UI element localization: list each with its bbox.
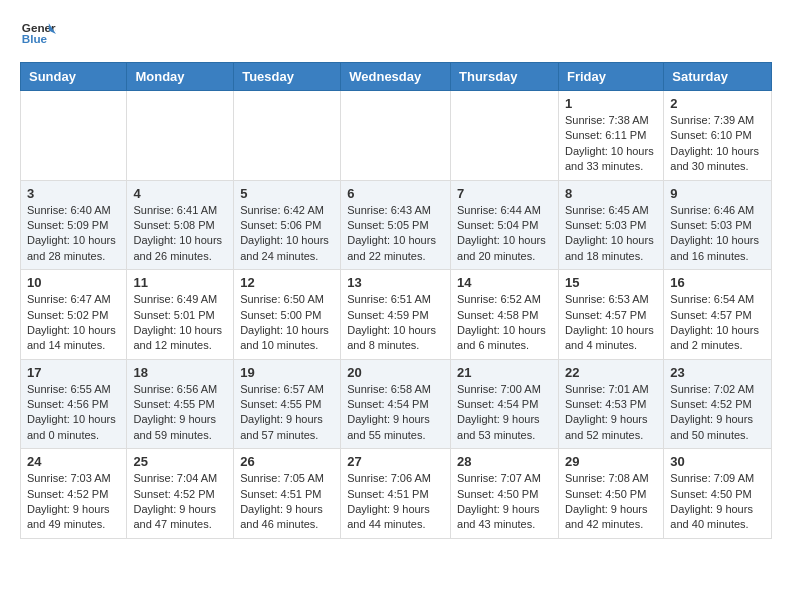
day-number: 18: [133, 365, 227, 380]
day-cell: [127, 91, 234, 181]
header: General Blue: [20, 16, 772, 52]
sunrise-value: 6:42 AM: [284, 204, 324, 216]
sunset-label: Sunset:: [133, 398, 173, 410]
day-info: Sunrise: 6:41 AM Sunset: 5:08 PM Dayligh…: [133, 203, 227, 265]
day-number: 15: [565, 275, 657, 290]
day-info: Sunrise: 6:45 AM Sunset: 5:03 PM Dayligh…: [565, 203, 657, 265]
day-number: 16: [670, 275, 765, 290]
day-info: Sunrise: 7:00 AM Sunset: 4:54 PM Dayligh…: [457, 382, 552, 444]
sunrise-value: 6:45 AM: [608, 204, 648, 216]
daylight-label: Daylight: 9 hours and 42 minutes.: [565, 503, 648, 530]
day-number: 5: [240, 186, 334, 201]
daylight-label: Daylight: 10 hours and 33 minutes.: [565, 145, 654, 172]
day-cell: 16 Sunrise: 6:54 AM Sunset: 4:57 PM Dayl…: [664, 270, 772, 360]
day-info: Sunrise: 6:58 AM Sunset: 4:54 PM Dayligh…: [347, 382, 444, 444]
day-info: Sunrise: 7:04 AM Sunset: 4:52 PM Dayligh…: [133, 471, 227, 533]
sunrise-value: 6:52 AM: [500, 293, 540, 305]
sunset-label: Sunset:: [347, 309, 387, 321]
logo-icon: General Blue: [20, 16, 56, 52]
sunrise-value: 7:04 AM: [177, 472, 217, 484]
sunrise-label: Sunrise:: [240, 472, 283, 484]
daylight-label: Daylight: 9 hours and 44 minutes.: [347, 503, 430, 530]
sunset-value: 5:00 PM: [281, 309, 322, 321]
daylight-label: Daylight: 10 hours and 8 minutes.: [347, 324, 436, 351]
day-cell: 8 Sunrise: 6:45 AM Sunset: 5:03 PM Dayli…: [558, 180, 663, 270]
weekday-header-wednesday: Wednesday: [341, 63, 451, 91]
svg-text:Blue: Blue: [22, 32, 48, 45]
day-number: 9: [670, 186, 765, 201]
sunset-value: 5:05 PM: [388, 219, 429, 231]
sunset-label: Sunset:: [240, 219, 280, 231]
sunrise-value: 6:50 AM: [284, 293, 324, 305]
sunset-value: 4:51 PM: [281, 488, 322, 500]
sunrise-label: Sunrise:: [457, 472, 500, 484]
day-cell: 2 Sunrise: 7:39 AM Sunset: 6:10 PM Dayli…: [664, 91, 772, 181]
sunset-value: 5:02 PM: [67, 309, 108, 321]
day-cell: 29 Sunrise: 7:08 AM Sunset: 4:50 PM Dayl…: [558, 449, 663, 539]
sunrise-label: Sunrise:: [670, 472, 713, 484]
sunrise-value: 7:07 AM: [500, 472, 540, 484]
sunrise-label: Sunrise:: [240, 293, 283, 305]
weekday-header-monday: Monday: [127, 63, 234, 91]
day-number: 6: [347, 186, 444, 201]
sunrise-label: Sunrise:: [133, 383, 176, 395]
sunset-value: 4:50 PM: [605, 488, 646, 500]
sunset-value: 4:57 PM: [711, 309, 752, 321]
sunset-value: 4:52 PM: [711, 398, 752, 410]
daylight-label: Daylight: 10 hours and 28 minutes.: [27, 234, 116, 261]
sunset-label: Sunset:: [670, 398, 710, 410]
day-number: 20: [347, 365, 444, 380]
sunrise-label: Sunrise:: [347, 383, 390, 395]
day-info: Sunrise: 6:44 AM Sunset: 5:04 PM Dayligh…: [457, 203, 552, 265]
weekday-header-friday: Friday: [558, 63, 663, 91]
sunset-label: Sunset:: [240, 398, 280, 410]
day-cell: 15 Sunrise: 6:53 AM Sunset: 4:57 PM Dayl…: [558, 270, 663, 360]
sunrise-value: 7:00 AM: [500, 383, 540, 395]
day-number: 3: [27, 186, 120, 201]
daylight-label: Daylight: 10 hours and 26 minutes.: [133, 234, 222, 261]
sunrise-value: 6:43 AM: [391, 204, 431, 216]
sunset-label: Sunset:: [133, 488, 173, 500]
sunset-label: Sunset:: [565, 309, 605, 321]
daylight-label: Daylight: 10 hours and 16 minutes.: [670, 234, 759, 261]
sunset-value: 4:57 PM: [605, 309, 646, 321]
sunrise-value: 6:54 AM: [714, 293, 754, 305]
sunrise-value: 6:51 AM: [391, 293, 431, 305]
sunrise-value: 6:49 AM: [177, 293, 217, 305]
day-number: 25: [133, 454, 227, 469]
day-info: Sunrise: 6:56 AM Sunset: 4:55 PM Dayligh…: [133, 382, 227, 444]
day-cell: 1 Sunrise: 7:38 AM Sunset: 6:11 PM Dayli…: [558, 91, 663, 181]
sunset-value: 4:55 PM: [174, 398, 215, 410]
sunset-label: Sunset:: [133, 309, 173, 321]
day-number: 13: [347, 275, 444, 290]
sunrise-label: Sunrise:: [133, 204, 176, 216]
sunrise-label: Sunrise:: [670, 204, 713, 216]
sunset-label: Sunset:: [457, 219, 497, 231]
day-info: Sunrise: 6:49 AM Sunset: 5:01 PM Dayligh…: [133, 292, 227, 354]
sunrise-value: 6:47 AM: [70, 293, 110, 305]
sunrise-value: 7:39 AM: [714, 114, 754, 126]
sunrise-label: Sunrise:: [347, 293, 390, 305]
daylight-label: Daylight: 9 hours and 52 minutes.: [565, 413, 648, 440]
day-number: 4: [133, 186, 227, 201]
sunset-value: 4:54 PM: [497, 398, 538, 410]
daylight-label: Daylight: 10 hours and 2 minutes.: [670, 324, 759, 351]
day-cell: [234, 91, 341, 181]
sunset-label: Sunset:: [347, 488, 387, 500]
sunset-label: Sunset:: [133, 219, 173, 231]
day-number: 14: [457, 275, 552, 290]
logo: General Blue: [20, 16, 60, 52]
day-cell: 28 Sunrise: 7:07 AM Sunset: 4:50 PM Dayl…: [451, 449, 559, 539]
day-number: 2: [670, 96, 765, 111]
sunset-label: Sunset:: [565, 219, 605, 231]
sunrise-value: 6:53 AM: [608, 293, 648, 305]
sunrise-label: Sunrise:: [565, 293, 608, 305]
sunrise-label: Sunrise:: [240, 383, 283, 395]
week-row-3: 10 Sunrise: 6:47 AM Sunset: 5:02 PM Dayl…: [21, 270, 772, 360]
sunset-value: 5:09 PM: [67, 219, 108, 231]
day-cell: 19 Sunrise: 6:57 AM Sunset: 4:55 PM Dayl…: [234, 359, 341, 449]
sunrise-value: 7:01 AM: [608, 383, 648, 395]
sunrise-value: 7:06 AM: [391, 472, 431, 484]
day-cell: [451, 91, 559, 181]
sunset-value: 5:03 PM: [605, 219, 646, 231]
